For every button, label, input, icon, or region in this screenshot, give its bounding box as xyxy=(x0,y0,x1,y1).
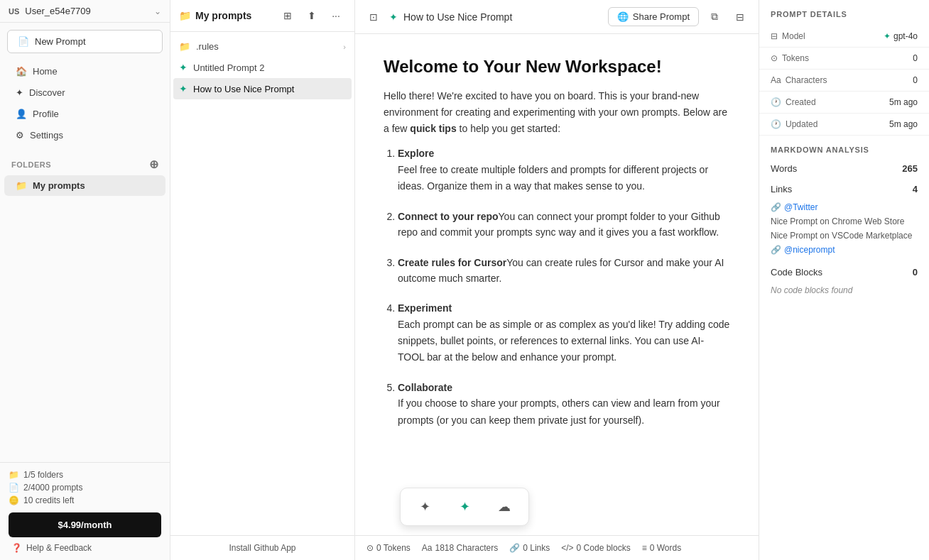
explore-title: Explore xyxy=(398,148,434,159)
analysis-code-blocks: Code Blocks 0 xyxy=(759,262,929,282)
link-twitter[interactable]: 🔗 @Twitter xyxy=(771,202,918,212)
floating-toolbar: ✦ ✦ ☁ xyxy=(400,488,529,526)
add-folder-icon[interactable]: ⊕ xyxy=(149,158,159,171)
sidebar-item-settings[interactable]: ⚙ Settings xyxy=(4,125,165,146)
sidebar-item-home[interactable]: 🏠 Home xyxy=(4,61,165,82)
cloud-button[interactable]: ☁ xyxy=(491,494,517,520)
copy-button[interactable]: ⧉ xyxy=(705,7,724,27)
main-header-left: ⊡ ✦ How to Use Nice Prompt xyxy=(364,7,602,27)
middle-more-icon[interactable]: ··· xyxy=(326,6,346,26)
twitter-link-icon: 🔗 xyxy=(771,202,781,212)
link-vscode[interactable]: Nice Prompt on VSCode Marketplace xyxy=(771,231,918,241)
model-icon: ⊟ xyxy=(771,31,778,41)
folder-my-prompts-label: My prompts xyxy=(33,180,85,191)
main-footer: ⊙ 0 Tokens Aa 1818 Characters 🔗 0 Links … xyxy=(355,535,759,560)
new-prompt-icon: 📄 xyxy=(18,36,29,47)
analysis-section-title: MARKDOWN ANALYSIS xyxy=(759,136,929,158)
sparkle-button[interactable]: ✦ xyxy=(412,494,438,520)
middle-upload-icon[interactable]: ⬆ xyxy=(302,6,322,26)
sidebar-item-discover[interactable]: ✦ Discover xyxy=(4,82,165,103)
rules-folder-icon: 📁 xyxy=(179,41,190,52)
list-item-rules[interactable]: 📁 .rules › xyxy=(170,36,354,57)
middle-layers-icon[interactable]: ⊞ xyxy=(278,6,298,26)
prompt-details-title: PROMPT DETAILS xyxy=(759,0,929,26)
links-analysis-label: Links xyxy=(771,184,792,194)
tokens-value: 0 xyxy=(913,53,918,63)
layout-button[interactable]: ⊟ xyxy=(730,7,750,27)
discover-icon: ✦ xyxy=(16,87,23,98)
user-name: User_e54e7709 xyxy=(25,6,148,16)
folders-section-label: FOLDERS ⊕ xyxy=(0,149,170,174)
how-to-use-prompt-icon: ✦ xyxy=(179,83,188,94)
middle-list: 📁 .rules › ✦ Untitled Prompt 2 ✦ How to … xyxy=(170,32,354,535)
updated-label: 🕐 Updated xyxy=(771,119,817,129)
niceprompt-link-text: @niceprompt xyxy=(784,245,835,255)
model-label: ⊟ Model xyxy=(771,31,805,41)
sidebar-header: US User_e54e7709 ⌄ xyxy=(0,0,170,23)
created-icon: 🕐 xyxy=(771,97,781,107)
sparkle-icon: ✦ xyxy=(420,499,430,515)
model-value: ✦ gpt-4o xyxy=(884,31,918,41)
list-item-rules-label: .rules xyxy=(196,41,219,52)
detail-row-characters: Aa Characters 0 xyxy=(759,70,929,92)
collaborate-text: If you choose to share your prompts, oth… xyxy=(398,395,730,428)
credits-stat: 🪙 10 credits left xyxy=(9,495,161,505)
footer-characters: Aa 1818 Characters xyxy=(422,543,498,553)
help-feedback-link[interactable]: ❓ Help & Feedback xyxy=(9,537,161,553)
content-list: Explore Feel free to create multiple fol… xyxy=(384,146,730,428)
profile-icon: 👤 xyxy=(16,109,27,119)
link-niceprompt[interactable]: 🔗 @niceprompt xyxy=(771,245,918,255)
characters-value: 0 xyxy=(913,75,918,85)
share-prompt-button[interactable]: 🌐 Share Prompt xyxy=(608,7,699,26)
links-icon: 🔗 xyxy=(509,543,520,553)
footer-code-blocks-value: 0 Code blocks xyxy=(577,543,631,553)
prompts-stat-icon: 📄 xyxy=(9,483,19,493)
links-section: 🔗 @Twitter Nice Prompt on Chrome Web Sto… xyxy=(759,199,929,262)
rules-chevron-icon: › xyxy=(343,43,346,51)
user-flag: US xyxy=(9,7,19,16)
footer-code-blocks: </> 0 Code blocks xyxy=(561,543,630,553)
cloud-icon: ☁ xyxy=(498,499,511,515)
detail-row-created: 🕐 Created 5m ago xyxy=(759,92,929,114)
user-chevron-icon[interactable]: ⌄ xyxy=(154,6,161,16)
updated-icon: 🕐 xyxy=(771,119,781,129)
footer-words: ≡ 0 Words xyxy=(642,543,681,553)
new-prompt-button[interactable]: 📄 New Prompt xyxy=(7,30,163,53)
expand-icon[interactable]: ⊡ xyxy=(364,7,384,27)
analysis-links: Links 4 xyxy=(759,179,929,199)
sidebar-nav: 🏠 Home ✦ Discover 👤 Profile ⚙ Settings xyxy=(0,57,170,149)
subscribe-button[interactable]: $4.99/month xyxy=(9,512,161,537)
sidebar-folder-my-prompts[interactable]: 📁 My prompts xyxy=(4,175,165,196)
no-code-blocks-text: No code blocks found xyxy=(759,282,929,304)
footer-characters-value: 1818 Characters xyxy=(435,543,499,553)
middle-folder-icon: 📁 xyxy=(179,10,191,21)
folder-icon: 📁 xyxy=(16,180,27,191)
list-item-connect: Connect to your repoYou can connect your… xyxy=(398,209,730,241)
niceprompt-link-icon: 🔗 xyxy=(771,245,781,255)
link-chrome-store[interactable]: Nice Prompt on Chrome Web Store xyxy=(771,216,918,226)
sidebar-item-profile[interactable]: 👤 Profile xyxy=(4,104,165,124)
list-item-untitled-2[interactable]: ✦ Untitled Prompt 2 xyxy=(170,57,354,78)
help-label: Help & Feedback xyxy=(26,543,92,553)
analysis-words: Words 265 xyxy=(759,158,929,179)
intro-bold-text: quick tips xyxy=(410,123,456,134)
list-item-experiment: Experiment Each prompt can be as simple … xyxy=(398,300,730,366)
twitter-link-text: @Twitter xyxy=(784,202,818,212)
sidebar: US User_e54e7709 ⌄ 📄 New Prompt 🏠 Home ✦… xyxy=(0,0,170,560)
prompts-stat-text: 2/4000 prompts xyxy=(23,483,82,493)
share-globe-icon: 🌐 xyxy=(617,11,629,22)
list-item-how-to-use[interactable]: ✦ How to Use Nice Prompt xyxy=(173,78,352,99)
tokens-detail-icon: ⊙ xyxy=(771,53,778,63)
list-item-explore: Explore Feel free to create multiple fol… xyxy=(398,146,730,194)
home-icon: 🏠 xyxy=(16,66,27,77)
code-blocks-label: Code Blocks xyxy=(771,267,822,278)
sidebar-item-settings-label: Settings xyxy=(30,130,63,141)
characters-detail-icon: Aa xyxy=(771,75,781,85)
middle-panel: 📁 My prompts ⊞ ⬆ ··· 📁 .rules › ✦ Untitl… xyxy=(170,0,355,560)
characters-icon: Aa xyxy=(422,543,433,553)
collaborate-title: Collaborate xyxy=(398,382,452,393)
detail-row-tokens: ⊙ Tokens 0 xyxy=(759,48,929,70)
openai-button[interactable]: ✦ xyxy=(452,494,477,520)
created-label: 🕐 Created xyxy=(771,97,816,107)
install-github-app[interactable]: Install Github App xyxy=(170,535,354,560)
